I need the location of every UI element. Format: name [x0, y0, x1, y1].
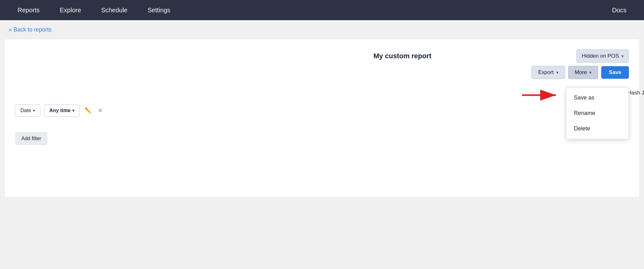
nav-item-settings[interactable]: Settings [137, 0, 180, 20]
arrow-icon [522, 87, 560, 103]
hidden-pos-label: Hidden on POS [582, 53, 619, 59]
time-filter-label: Any time [49, 108, 71, 113]
back-link-container: « Back to reports [0, 20, 644, 39]
hidden-pos-chevron-icon: ▾ [621, 54, 624, 59]
controls-area: Hidden on POS ▾ Export ▾ More ▾ Save [531, 49, 629, 79]
date-filter-label: Date [20, 108, 31, 113]
hash-joins-label: Hash Joins [628, 90, 644, 96]
more-button[interactable]: More ▾ [568, 66, 598, 79]
time-filter-button[interactable]: Any time ▾ [44, 104, 80, 117]
report-header: My custom report Hidden on POS ▾ Export … [15, 49, 629, 79]
nav-item-reports[interactable]: Reports [8, 0, 50, 20]
content-area: My custom report Hidden on POS ▾ Export … [5, 39, 639, 197]
add-filter-button[interactable]: Add filter [15, 132, 47, 145]
dropdown-item-save-as[interactable]: Save as [566, 90, 629, 106]
date-filter-button[interactable]: Date ▾ [15, 104, 40, 117]
edit-icon[interactable]: ✏️ [83, 106, 93, 115]
action-buttons-row: Export ▾ More ▾ Save [531, 66, 629, 79]
dropdown-item-delete[interactable]: Delete [566, 121, 629, 136]
export-button[interactable]: Export ▾ [531, 66, 565, 79]
add-filter-container: Add filter [15, 124, 629, 145]
filters-row: Date ▾ Any time ▾ ✏️ ✕ [15, 104, 629, 117]
back-to-reports-link[interactable]: « Back to reports [9, 26, 52, 33]
arrow-annotation [522, 87, 560, 103]
close-icon[interactable]: ✕ [97, 106, 104, 115]
report-title: My custom report [273, 49, 531, 60]
back-label: Back to reports [14, 26, 52, 33]
date-chevron-icon: ▾ [33, 108, 35, 113]
nav-item-explore[interactable]: Explore [50, 0, 91, 20]
nav-bar: Reports Explore Schedule Settings Docs [0, 0, 644, 20]
nav-docs[interactable]: Docs [602, 0, 636, 20]
export-label: Export [538, 69, 553, 76]
export-chevron-icon: ▾ [556, 70, 558, 75]
dropdown-menu: Save as Rename Delete [566, 87, 629, 139]
time-chevron-icon: ▾ [72, 108, 74, 113]
nav-item-schedule[interactable]: Schedule [91, 0, 137, 20]
more-chevron-icon: ▾ [589, 70, 591, 75]
more-label: More [575, 69, 587, 76]
back-prefix: « [9, 26, 12, 33]
dropdown-item-rename[interactable]: Rename [566, 106, 629, 121]
save-button[interactable]: Save [601, 66, 629, 79]
nav-items: Reports Explore Schedule Settings [8, 0, 180, 20]
hidden-pos-button[interactable]: Hidden on POS ▾ [576, 49, 629, 63]
